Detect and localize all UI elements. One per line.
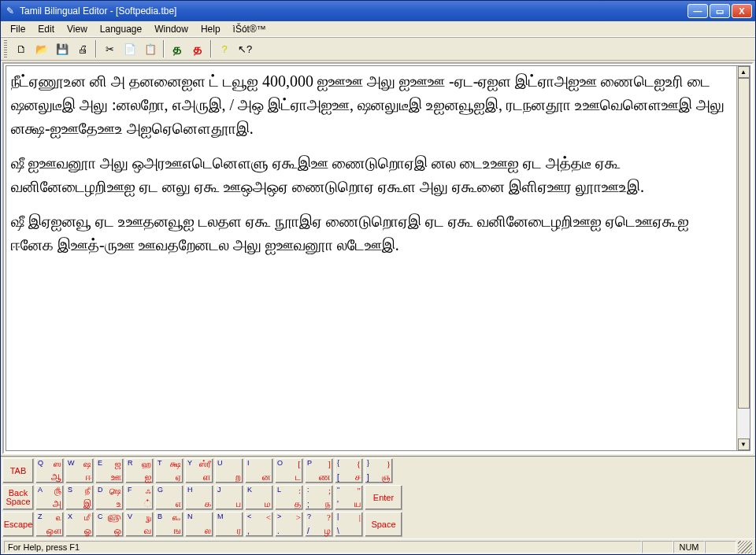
toolbar-separator <box>95 40 97 57</box>
key-d[interactable]: D௸உ <box>95 485 124 510</box>
key-escape[interactable]: Escape <box>2 512 34 537</box>
key->[interactable]: >>. <box>275 512 303 537</box>
close-button[interactable]: X <box>732 4 752 18</box>
key-|[interactable]: ||\ <box>335 512 363 537</box>
toolbar: 🗋📂💾🖨✂📄📋தத?↖? <box>1 37 755 61</box>
key-}[interactable]: }}]ஞ <box>365 458 393 483</box>
key-z[interactable]: Z௳ஔ <box>35 512 64 537</box>
key-m[interactable]: Mர <box>215 512 243 537</box>
key-p[interactable]: P]ண <box>305 458 333 483</box>
menu-help[interactable]: Help <box>195 22 227 36</box>
open-button[interactable]: 📂 <box>32 39 51 58</box>
document-frame: நீட்ஏணூஉன னி அ தனனைஐள ட் டவூஐ 400,000 ஐஊ… <box>2 62 754 454</box>
lang-ta-button[interactable]: த <box>168 39 187 58</box>
save-button[interactable]: 💾 <box>53 39 72 58</box>
resize-grip-icon[interactable] <box>738 541 752 553</box>
scroll-up-button[interactable]: ▲ <box>738 66 750 78</box>
key-"[interactable]: ""'ய <box>335 485 363 510</box>
toolbar-separator <box>210 40 212 57</box>
key-o[interactable]: O[ட <box>275 458 303 483</box>
key-{[interactable]: {{[ச <box>335 458 363 483</box>
key-q[interactable]: Qஸஆ <box>35 458 64 483</box>
key-u[interactable]: Uற <box>215 458 243 483</box>
key-back-space[interactable]: BackSpace <box>2 485 34 510</box>
scroll-track[interactable] <box>738 78 750 438</box>
key-w[interactable]: Wஷஈ <box>65 458 94 483</box>
menu-file[interactable]: File <box>4 22 32 36</box>
menu-edit[interactable]: Edit <box>32 22 61 36</box>
key-l[interactable]: L:த <box>275 485 303 510</box>
key-c[interactable]: C௵ஒ <box>95 512 124 537</box>
key-n[interactable]: Nல <box>185 512 213 537</box>
copy-button[interactable]: 📄 <box>120 39 139 58</box>
minimize-button[interactable]: — <box>687 4 708 18</box>
key-s[interactable]: S௺இ <box>65 485 94 510</box>
main-window: ✎ Tamil Bilingual Editor - [Softpedia.tb… <box>0 0 756 555</box>
maximize-button[interactable]: ▭ <box>710 4 730 18</box>
key-j[interactable]: Jப <box>215 485 243 510</box>
menu-language[interactable]: Language <box>94 22 148 36</box>
keyboard-row: TABQஸஆWஷஈEஜஊRஹஐTக்ஷஏYஸ்ரீளUறIனO[டP]ண{{[ச… <box>2 458 754 483</box>
key-f[interactable]: Fஃ் <box>125 485 154 510</box>
key-t[interactable]: Tக்ஷஏ <box>155 458 183 483</box>
paste-button[interactable]: 📋 <box>141 39 160 58</box>
window-title: Tamil Bilingual Editor - [Softpedia.tbe] <box>20 6 687 17</box>
toolbar-separator <box>163 40 165 57</box>
lang-ta2-button[interactable]: த <box>188 39 207 58</box>
app-icon: ✎ <box>4 5 17 17</box>
paragraph: ஷீ இஏஐனவூ ஏட உஊதனவூஐ டலதள ஏகூ நூாஇஏ ணைடு… <box>11 209 732 257</box>
key-b[interactable]: B௷ங <box>155 512 183 537</box>
virtual-keyboard: TABQஸஆWஷஈEஜஊRஹஐTக்ஷஏYஸ்ரீளUறIனO[டP]ண{{[ச… <box>1 456 755 538</box>
menu-ìšót®™[interactable]: ìŠót®™ <box>227 22 272 36</box>
key-r[interactable]: Rஹஐ <box>125 458 154 483</box>
status-help-text: For Help, press F1 <box>4 541 642 553</box>
text-editor[interactable]: நீட்ஏணூஉன னி அ தனனைஐள ட் டவூஐ 400,000 ஐஊ… <box>6 66 736 450</box>
menu-view[interactable]: View <box>61 22 94 36</box>
context-help-button[interactable]: ↖? <box>235 39 254 58</box>
status-num: NUM <box>673 541 705 553</box>
key-x[interactable]: X௴ஓ <box>65 512 94 537</box>
menu-window[interactable]: Window <box>148 22 195 36</box>
key-:[interactable]: :;;ந <box>305 485 333 510</box>
help-button[interactable]: ? <box>215 39 234 58</box>
key-i[interactable]: Iன <box>245 458 273 483</box>
key-<[interactable]: <<, <box>245 512 273 537</box>
inner-frame: நீட்ஏணூஉன னி அ தனனைஐள ட் டவூஐ 400,000 ஐஊ… <box>6 65 750 451</box>
status-pane <box>642 541 673 553</box>
key-y[interactable]: Yஸ்ரீள <box>185 458 213 483</box>
status-pane-2 <box>705 541 736 553</box>
key-enter[interactable]: Enter <box>365 485 402 510</box>
key-k[interactable]: Kம <box>245 485 273 510</box>
keyboard-row: EscapeZ௳ஔX௴ஓC௵ஒV௶வB௷ஙNலMர<<,>>.??/ழ||\Sp… <box>2 512 754 537</box>
keyboard-row: BackSpaceA௹அS௺இD௸உFஃ்GஎHகJபKமL:த:;;ந""'ய… <box>2 485 754 510</box>
statusbar: For Help, press F1 NUM <box>1 538 755 554</box>
scroll-thumb[interactable] <box>738 78 750 409</box>
key-g[interactable]: Gஎ <box>155 485 183 510</box>
cut-button[interactable]: ✂ <box>100 39 119 58</box>
paragraph: ஷீ ஐஊவனூா அலு ஒஅரஊஎடெனௌளு ஏகூஇஊ ணைடுறொஏஇ… <box>11 151 732 198</box>
key-space[interactable]: Space <box>365 512 402 537</box>
print-button[interactable]: 🖨 <box>73 39 92 58</box>
scroll-down-button[interactable]: ▼ <box>738 438 750 450</box>
menubar: FileEditViewLanguageWindowHelpìŠót®™ <box>1 21 755 37</box>
key-a[interactable]: A௹அ <box>35 485 64 510</box>
new-button[interactable]: 🗋 <box>12 39 31 58</box>
key-?[interactable]: ??/ழ <box>305 512 333 537</box>
titlebar: ✎ Tamil Bilingual Editor - [Softpedia.tb… <box>1 1 755 21</box>
key-e[interactable]: Eஜஊ <box>95 458 124 483</box>
toolbar-grip[interactable] <box>4 40 7 57</box>
key-v[interactable]: V௶வ <box>125 512 154 537</box>
key-tab[interactable]: TAB <box>2 458 34 483</box>
vertical-scrollbar[interactable]: ▲ ▼ <box>736 66 750 450</box>
paragraph: நீட்ஏணூஉன னி அ தனனைஐள ட் டவூஐ 400,000 ஐஊ… <box>11 69 732 140</box>
key-h[interactable]: Hக <box>185 485 213 510</box>
